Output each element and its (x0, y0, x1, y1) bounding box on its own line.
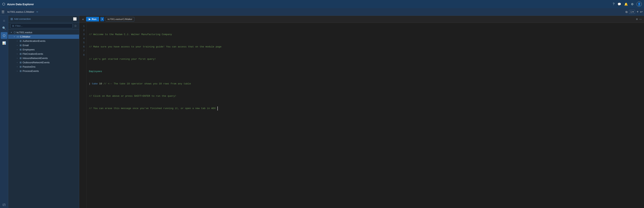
code-content[interactable]: // Welcome to the Madam C.J. Walker Manu… (87, 23, 644, 208)
editor-toolbar-right: ≡ ··· (636, 18, 642, 21)
run-caret-button[interactable]: ▾ (100, 17, 104, 21)
sidebar-icons: ⌂ 🔍 ⬡ 📊 ⟨/⟩ (0, 16, 8, 208)
tab-count: 1 (630, 10, 632, 13)
table-chevron-icon: › (16, 57, 19, 59)
table-label-authevents: AuthenticationEvents (22, 40, 78, 42)
run-play-icon: ▶ (89, 18, 90, 20)
code-line-2: // Make sure you have access to your tra… (89, 45, 642, 49)
add-connection-plus-icon: ⊞ (10, 17, 13, 21)
table-chevron-icon: › (16, 66, 19, 68)
add-connection-button[interactable]: ⊞ Add connection (10, 17, 31, 21)
sidebar-search-icon[interactable]: 🔍 (1, 25, 8, 31)
table-icon: ⊞ (20, 48, 22, 51)
help-icon[interactable]: ? (613, 2, 614, 6)
code-comment-1: // Welcome to the Madam C.J. Walker Manu… (89, 32, 172, 36)
tab-bar-right: ⧉ 1 ▾ + ↩ (626, 10, 642, 14)
table-chevron-icon: › (16, 62, 19, 64)
panel-layout-icon[interactable]: ⬜ (73, 17, 77, 21)
table-label-filecreation: FileCreationEvents (22, 52, 78, 55)
tree-table-passivedns[interactable]: › ⊞ PassiveDns (8, 64, 79, 69)
sidebar-data-icon[interactable]: ⬡ (1, 32, 8, 39)
tab-edit-icon[interactable]: ✏ (36, 11, 38, 13)
account-icon[interactable]: 👤 (636, 2, 642, 7)
code-cursor (216, 106, 218, 110)
sidebar-chart-icon[interactable]: 📊 (1, 40, 8, 46)
tree-table-filecreation[interactable]: › ⊞ FileCreationEvents (8, 52, 79, 56)
code-line-1: // Welcome to the Madam C.J. Walker Manu… (89, 32, 642, 36)
cluster-chevron-icon: ▾ (10, 31, 13, 34)
line-num-5: 5 (81, 41, 84, 45)
tab-counter[interactable]: 1 ▾ (629, 10, 635, 14)
line-num-3: 3 (81, 32, 84, 36)
cluster-label: kc7001.eastus (16, 31, 78, 34)
cluster-icon: ⬡ (14, 31, 16, 34)
settings-icon[interactable]: ⚙ (631, 2, 634, 6)
tree-area: ▾ ⬡ kc7001.eastus ▾ 🗃 CJWalker › ⊞ Authe… (8, 30, 79, 208)
database-icon: 🗃 (16, 35, 19, 38)
table-icon: ⊞ (20, 52, 22, 55)
tree-table-outboundnetwork[interactable]: › ⊞ OutboundNetworkEvents (8, 60, 79, 64)
line-numbers: 1 2 3 4 5 6 7 8 (79, 23, 87, 208)
format-icon[interactable]: ≡ (636, 18, 638, 21)
database-label: CJWalker (20, 35, 78, 38)
run-button[interactable]: ▶ Run (86, 17, 99, 22)
table-label-email: Email (22, 44, 78, 47)
filter-icon: ⊞ (12, 24, 14, 27)
table-icon: ⊞ (20, 57, 22, 60)
database-chevron-icon: ▾ (13, 36, 16, 38)
tree-database-node[interactable]: ▾ 🗃 CJWalker (8, 34, 79, 39)
notifications-icon[interactable]: 🔔 (624, 2, 628, 6)
code-line-3: // Let's get started running your first … (89, 57, 642, 61)
copy-icon[interactable]: ⧉ (626, 10, 628, 14)
table-label-employees: Employees (22, 48, 78, 51)
tab-add-button[interactable]: + (636, 10, 638, 14)
tab-count-caret: ▾ (632, 10, 634, 13)
code-line-4: Employees (89, 70, 642, 74)
code-editor[interactable]: 1 2 3 4 5 6 7 8 // Welcome to the Madam … (79, 23, 644, 208)
top-bar-left: ⬡ Azure Data Explorer (2, 2, 34, 6)
table-chevron-icon: › (16, 44, 19, 46)
favorites-star-icon[interactable]: ☆ (74, 24, 77, 28)
table-chevron-icon: › (16, 53, 19, 55)
collapse-panel-icon[interactable]: « (82, 18, 84, 21)
tab-bar: ☰ kc7001.eastus.CJWalker ✏ ⧉ 1 ▾ + ↩ (0, 8, 644, 16)
code-take-number: 10 (99, 82, 102, 86)
code-comment-7: // You can erase this message once you'v… (89, 106, 216, 110)
tree-table-processevents[interactable]: › ⊞ ProcessEvents (8, 69, 79, 73)
line-num-6: 6 (81, 45, 84, 49)
tree-table-authevents[interactable]: › ⊞ AuthenticationEvents (8, 39, 79, 43)
tree-cluster-node[interactable]: ▾ ⬡ kc7001.eastus (8, 30, 79, 34)
top-bar-right: ? 💬 🔔 ⚙ 👤 (613, 2, 642, 7)
line-num-4: 4 (81, 36, 84, 41)
sidebar-home-icon[interactable]: ⌂ (1, 17, 8, 24)
left-panel-header: ⊞ Add connection ⬜ (8, 16, 79, 22)
run-label: Run (92, 18, 96, 20)
code-comment-3: // Let's get started running your first … (89, 57, 156, 61)
tab-title[interactable]: kc7001.eastus.CJWalker (8, 10, 34, 13)
code-comment-6: // Click on Run above or press SHIFT+ENT… (89, 94, 176, 98)
feedback-icon[interactable]: 💬 (618, 2, 621, 6)
more-options-icon[interactable]: ··· (639, 18, 642, 21)
table-chevron-icon: › (16, 40, 19, 42)
tree-table-employees[interactable]: › ⊞ Employees (8, 48, 79, 52)
table-icon: ⊞ (20, 44, 22, 47)
code-pipe: | (89, 82, 92, 86)
tab-undo-button[interactable]: ↩ (640, 10, 642, 14)
line-num-1: 1 (81, 24, 84, 28)
hamburger-icon[interactable]: ☰ (2, 10, 4, 14)
table-chevron-icon: › (16, 48, 19, 50)
left-panel: ⊞ Add connection ⬜ ⊞ ☆ ▾ ⬡ kc7001.eastus… (8, 16, 79, 208)
table-label-processevents: ProcessEvents (22, 70, 78, 72)
table-icon: ⊞ (20, 65, 22, 68)
tree-table-inboundnetwork[interactable]: › ⊞ InboundNetworkEvents (8, 56, 79, 60)
code-take-keyword: take (92, 82, 99, 86)
table-label-inboundnetwork: InboundNetworkEvents (22, 57, 78, 60)
filter-input[interactable] (15, 24, 71, 27)
table-icon: ⊞ (20, 61, 22, 64)
code-line-8 (89, 119, 642, 123)
tree-table-email[interactable]: › ⊞ Email (8, 43, 79, 48)
table-label-outboundnetwork: OutboundNetworkEvents (22, 61, 78, 64)
sidebar-api-icon[interactable]: ⟨/⟩ (1, 201, 8, 208)
line-num-7: 7 (81, 49, 84, 53)
editor-area: « ▶ Run ▾ kc7001.eastus/CJWalker ≡ ··· 1… (79, 16, 644, 208)
